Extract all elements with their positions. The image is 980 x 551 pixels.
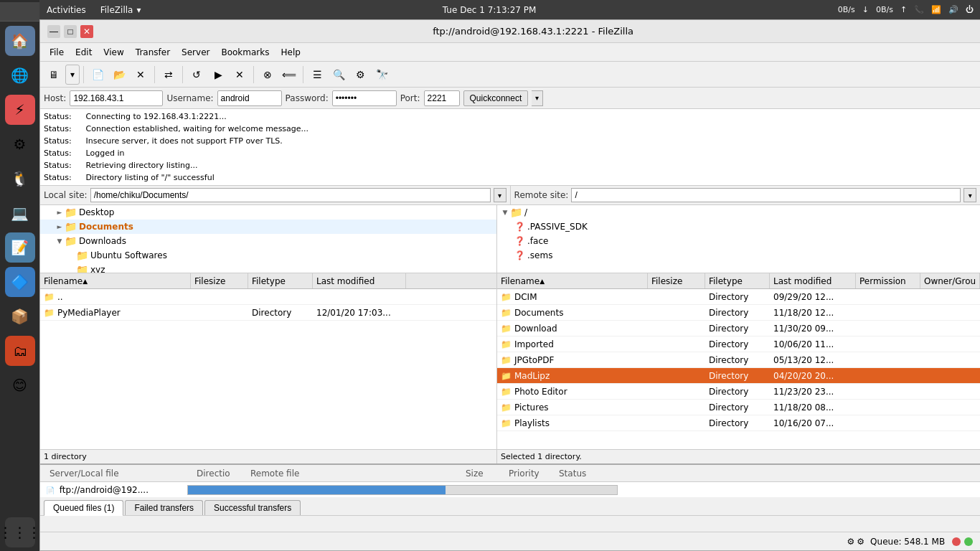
- port-input[interactable]: [424, 90, 460, 106]
- toolbar-open-tab[interactable]: 📂: [109, 65, 129, 85]
- menu-server[interactable]: Server: [176, 45, 215, 60]
- local-col-modified[interactable]: Last modified: [313, 273, 406, 288]
- remote-col-name[interactable]: Filename: [497, 273, 648, 288]
- tree-item-downloads[interactable]: ▼ 📁 Downloads: [40, 234, 496, 248]
- local-file-row-parent[interactable]: 📁..: [40, 289, 496, 305]
- local-site-path[interactable]: [90, 188, 491, 202]
- remote-col-type[interactable]: Filetype: [705, 273, 770, 288]
- transfer-col-server[interactable]: Server/Local file: [44, 468, 187, 479]
- taskbar-filezilla[interactable]: ⚡: [5, 95, 35, 125]
- remote-file-row-imported[interactable]: 📁Imported Directory 10/06/20 11...: [497, 336, 980, 352]
- remote-col-modified[interactable]: Last modified: [770, 273, 856, 288]
- username-input[interactable]: [217, 90, 282, 106]
- remote-site-dropdown[interactable]: ▾: [963, 188, 976, 202]
- menu-help[interactable]: Help: [275, 45, 306, 60]
- toolbar-refresh[interactable]: ↺: [187, 65, 207, 85]
- quickconnect-dropdown[interactable]: ▾: [532, 90, 543, 106]
- transfer-col-status[interactable]: Status: [553, 468, 603, 479]
- remote-file-row-photo-editor[interactable]: 📁Photo Editor Directory 11/23/20 23...: [497, 384, 980, 400]
- local-file-row-pymediaplayer[interactable]: 📁PyMediaPlayer Directory 12/01/20 17:03.…: [40, 305, 496, 321]
- taskbar-browser[interactable]: 🌐: [5, 60, 35, 90]
- remote-file-row-madlipz[interactable]: 📁MadLipz Directory 04/20/20 20...: [497, 368, 980, 384]
- transfer-col-size[interactable]: Size: [460, 468, 499, 479]
- toolbar-compare[interactable]: 🔭: [372, 65, 392, 85]
- maximize-button[interactable]: □: [64, 25, 77, 38]
- tree-item-desktop[interactable]: ► 📁 Desktop: [40, 205, 496, 220]
- menu-edit[interactable]: Edit: [70, 45, 98, 60]
- remote-tree-sems[interactable]: ❓ .sems: [497, 248, 980, 263]
- taskbar-terminal[interactable]: 💻: [5, 198, 35, 228]
- toolbar-site-manager-dropdown[interactable]: ▾: [65, 65, 80, 85]
- toolbar: 🖥 ▾ 📄 📂 ✕ ⇄ ↺ ▶ ✕ ⊗ ⟸ ☰ 🔍 ⚙ 🔭: [40, 62, 980, 88]
- power-icon[interactable]: ⏻: [966, 5, 974, 14]
- menu-view[interactable]: View: [98, 45, 129, 60]
- toolbar-new-tab[interactable]: 📄: [88, 65, 108, 85]
- remote-tree-face[interactable]: ❓ .face: [497, 234, 980, 248]
- remote-tree-root[interactable]: ▼ 📁 /: [497, 205, 980, 220]
- transfer-col-priority[interactable]: Priority: [503, 468, 550, 479]
- close-button[interactable]: ✕: [80, 25, 93, 38]
- toolbar-sync[interactable]: ⚙: [350, 65, 370, 85]
- transfer-row-1[interactable]: 📄 ftp://android@192....: [40, 482, 980, 498]
- minimize-button[interactable]: —: [47, 25, 60, 38]
- taskbar-misc[interactable]: 😊: [5, 370, 35, 400]
- toolbar-disconnect[interactable]: ⟸: [279, 65, 299, 85]
- bottom-status-bar: ⚙ ⚙ Queue: 548.1 MB: [40, 532, 980, 550]
- toolbar-cancel-all[interactable]: ⊗: [258, 65, 278, 85]
- remote-tree[interactable]: ▼ 📁 / ❓ .PASSIVE_SDK ❓ .face: [497, 205, 980, 273]
- toolbar-cancel[interactable]: ✕: [230, 65, 250, 85]
- remote-file-row-dcim[interactable]: 📁DCIM Directory 09/29/20 12...: [497, 289, 980, 305]
- transfer-col-direction[interactable]: Directio: [191, 468, 241, 479]
- remote-col-size[interactable]: Filesize: [648, 273, 705, 288]
- taskbar-home[interactable]: [0, 2, 39, 22]
- transfer-col-remote[interactable]: Remote file: [245, 468, 456, 479]
- local-site-dropdown[interactable]: ▾: [494, 188, 507, 202]
- toolbar-process-queue[interactable]: ▶: [208, 65, 228, 85]
- local-col-size[interactable]: Filesize: [191, 273, 248, 288]
- remote-file-row-download[interactable]: 📁Download Directory 11/30/20 09...: [497, 321, 980, 336]
- remote-tree-passive-sdk[interactable]: ❓ .PASSIVE_SDK: [497, 220, 980, 234]
- tree-item-documents[interactable]: ► 📁 Documents: [40, 220, 496, 234]
- remote-site-path[interactable]: [571, 188, 961, 202]
- remote-file-row-jpgtopdf[interactable]: 📁JPGtoPDF Directory 05/13/20 12...: [497, 352, 980, 368]
- filezilla-window: — □ ✕ ftp://android@192.168.43.1:2221 - …: [39, 19, 980, 551]
- toolbar-close-tab[interactable]: ✕: [131, 65, 151, 85]
- local-col-name[interactable]: Filename: [40, 273, 191, 288]
- taskbar-apps1[interactable]: 🐧: [5, 164, 35, 194]
- remote-col-owner[interactable]: Owner/Grou: [920, 273, 980, 288]
- password-input[interactable]: [332, 90, 397, 106]
- app-indicator-arrow[interactable]: ▾: [136, 5, 141, 15]
- taskbar-code[interactable]: 🔷: [5, 267, 35, 297]
- menu-file[interactable]: File: [44, 45, 70, 60]
- taskbar-fz2[interactable]: 🗂: [5, 336, 35, 366]
- remote-file-row-playlists[interactable]: 📁Playlists Directory 10/16/20 07...: [497, 415, 980, 431]
- local-col-type[interactable]: Filetype: [248, 273, 313, 288]
- toolbar-queue[interactable]: ☰: [307, 65, 327, 85]
- remote-file-row-pictures[interactable]: 📁Pictures Directory 11/18/20 08...: [497, 400, 980, 415]
- remote-file-row-documents[interactable]: 📁Documents Directory 11/18/20 12...: [497, 305, 980, 321]
- tree-item-ubuntu-sw[interactable]: 📁 Ubuntu Softwares: [40, 248, 496, 263]
- taskbar-files[interactable]: 🏠: [5, 26, 35, 56]
- menu-transfer[interactable]: Transfer: [130, 45, 176, 60]
- port-label: Port:: [400, 93, 420, 103]
- toolbar-transfer[interactable]: ⇄: [159, 65, 179, 85]
- taskbar-all-apps[interactable]: ⋮⋮⋮: [5, 517, 35, 547]
- folder-icon-downloads: 📁: [65, 235, 77, 247]
- host-input[interactable]: [70, 90, 163, 106]
- unknown-icon-1: ❓: [514, 222, 525, 232]
- local-tree[interactable]: ► 📁 Desktop ► 📁 Documents ▼: [40, 205, 496, 273]
- tab-queued-files[interactable]: Queued files (1): [44, 500, 123, 516]
- menu-bookmarks[interactable]: Bookmarks: [215, 45, 275, 60]
- tab-successful-transfers[interactable]: Successful transfers: [204, 500, 301, 515]
- quickconnect-button[interactable]: Quickconnect: [463, 90, 529, 106]
- tree-item-xyz[interactable]: 📁 xyz: [40, 263, 496, 273]
- taskbar-store[interactable]: 📦: [5, 301, 35, 331]
- toolbar-search[interactable]: 🔍: [329, 65, 349, 85]
- tab-failed-transfers[interactable]: Failed transfers: [125, 500, 203, 515]
- activities-button[interactable]: Activities: [47, 5, 86, 15]
- taskbar-settings[interactable]: ⚙: [5, 129, 35, 159]
- toolbar-site-manager[interactable]: 🖥: [44, 65, 64, 85]
- remote-col-perm[interactable]: Permission: [856, 273, 920, 288]
- taskbar-editor[interactable]: 📝: [5, 232, 35, 263]
- status-line-4: Status: Logged in: [44, 147, 976, 159]
